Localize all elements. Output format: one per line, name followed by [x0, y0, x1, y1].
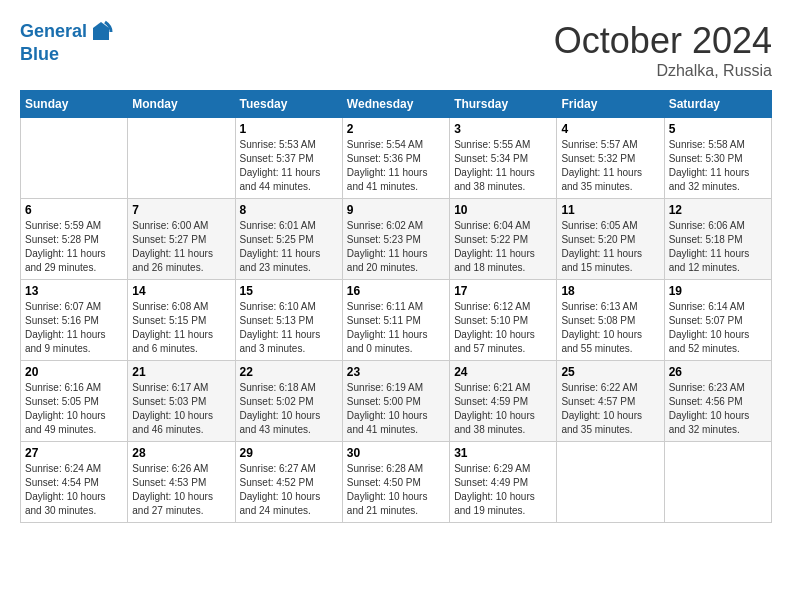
calendar-cell: 24 Sunrise: 6:21 AMSunset: 4:59 PMDaylig… [450, 361, 557, 442]
day-info: Sunrise: 6:18 AMSunset: 5:02 PMDaylight:… [240, 381, 338, 437]
day-number: 7 [132, 203, 230, 217]
day-number: 21 [132, 365, 230, 379]
month-title: October 2024 [554, 20, 772, 62]
calendar-cell: 17 Sunrise: 6:12 AMSunset: 5:10 PMDaylig… [450, 280, 557, 361]
logo-text-blue: Blue [20, 44, 113, 66]
day-info: Sunrise: 5:55 AMSunset: 5:34 PMDaylight:… [454, 138, 552, 194]
day-number: 4 [561, 122, 659, 136]
calendar-cell: 2 Sunrise: 5:54 AMSunset: 5:36 PMDayligh… [342, 118, 449, 199]
calendar-cell: 5 Sunrise: 5:58 AMSunset: 5:30 PMDayligh… [664, 118, 771, 199]
day-info: Sunrise: 6:00 AMSunset: 5:27 PMDaylight:… [132, 219, 230, 275]
day-number: 26 [669, 365, 767, 379]
day-info: Sunrise: 6:19 AMSunset: 5:00 PMDaylight:… [347, 381, 445, 437]
day-info: Sunrise: 6:11 AMSunset: 5:11 PMDaylight:… [347, 300, 445, 356]
day-info: Sunrise: 6:24 AMSunset: 4:54 PMDaylight:… [25, 462, 123, 518]
day-info: Sunrise: 6:23 AMSunset: 4:56 PMDaylight:… [669, 381, 767, 437]
day-number: 27 [25, 446, 123, 460]
day-number: 5 [669, 122, 767, 136]
calendar-cell: 16 Sunrise: 6:11 AMSunset: 5:11 PMDaylig… [342, 280, 449, 361]
calendar-cell: 29 Sunrise: 6:27 AMSunset: 4:52 PMDaylig… [235, 442, 342, 523]
calendar-week-row: 20 Sunrise: 6:16 AMSunset: 5:05 PMDaylig… [21, 361, 772, 442]
logo-text: General [20, 21, 87, 43]
calendar-week-row: 27 Sunrise: 6:24 AMSunset: 4:54 PMDaylig… [21, 442, 772, 523]
day-info: Sunrise: 6:28 AMSunset: 4:50 PMDaylight:… [347, 462, 445, 518]
day-info: Sunrise: 5:59 AMSunset: 5:28 PMDaylight:… [25, 219, 123, 275]
calendar-cell [557, 442, 664, 523]
calendar-cell: 3 Sunrise: 5:55 AMSunset: 5:34 PMDayligh… [450, 118, 557, 199]
day-info: Sunrise: 6:17 AMSunset: 5:03 PMDaylight:… [132, 381, 230, 437]
header-friday: Friday [557, 91, 664, 118]
calendar-cell: 7 Sunrise: 6:00 AMSunset: 5:27 PMDayligh… [128, 199, 235, 280]
calendar-cell: 6 Sunrise: 5:59 AMSunset: 5:28 PMDayligh… [21, 199, 128, 280]
calendar-cell: 23 Sunrise: 6:19 AMSunset: 5:00 PMDaylig… [342, 361, 449, 442]
day-info: Sunrise: 6:12 AMSunset: 5:10 PMDaylight:… [454, 300, 552, 356]
day-number: 10 [454, 203, 552, 217]
day-info: Sunrise: 6:27 AMSunset: 4:52 PMDaylight:… [240, 462, 338, 518]
day-number: 20 [25, 365, 123, 379]
header-sunday: Sunday [21, 91, 128, 118]
day-number: 17 [454, 284, 552, 298]
day-info: Sunrise: 6:10 AMSunset: 5:13 PMDaylight:… [240, 300, 338, 356]
calendar-cell: 30 Sunrise: 6:28 AMSunset: 4:50 PMDaylig… [342, 442, 449, 523]
day-info: Sunrise: 6:01 AMSunset: 5:25 PMDaylight:… [240, 219, 338, 275]
day-info: Sunrise: 6:06 AMSunset: 5:18 PMDaylight:… [669, 219, 767, 275]
day-info: Sunrise: 6:08 AMSunset: 5:15 PMDaylight:… [132, 300, 230, 356]
calendar-week-row: 6 Sunrise: 5:59 AMSunset: 5:28 PMDayligh… [21, 199, 772, 280]
calendar-cell: 4 Sunrise: 5:57 AMSunset: 5:32 PMDayligh… [557, 118, 664, 199]
day-number: 23 [347, 365, 445, 379]
calendar-week-row: 13 Sunrise: 6:07 AMSunset: 5:16 PMDaylig… [21, 280, 772, 361]
day-number: 31 [454, 446, 552, 460]
day-number: 13 [25, 284, 123, 298]
page-header: General Blue October 2024 Dzhalka, Russi… [20, 20, 772, 80]
day-number: 30 [347, 446, 445, 460]
day-info: Sunrise: 6:07 AMSunset: 5:16 PMDaylight:… [25, 300, 123, 356]
day-info: Sunrise: 6:14 AMSunset: 5:07 PMDaylight:… [669, 300, 767, 356]
day-info: Sunrise: 5:53 AMSunset: 5:37 PMDaylight:… [240, 138, 338, 194]
calendar-cell: 13 Sunrise: 6:07 AMSunset: 5:16 PMDaylig… [21, 280, 128, 361]
location: Dzhalka, Russia [554, 62, 772, 80]
calendar-table: Sunday Monday Tuesday Wednesday Thursday… [20, 90, 772, 523]
day-info: Sunrise: 5:58 AMSunset: 5:30 PMDaylight:… [669, 138, 767, 194]
day-number: 29 [240, 446, 338, 460]
day-number: 3 [454, 122, 552, 136]
calendar-week-row: 1 Sunrise: 5:53 AMSunset: 5:37 PMDayligh… [21, 118, 772, 199]
calendar-cell: 9 Sunrise: 6:02 AMSunset: 5:23 PMDayligh… [342, 199, 449, 280]
day-info: Sunrise: 5:54 AMSunset: 5:36 PMDaylight:… [347, 138, 445, 194]
calendar-cell: 19 Sunrise: 6:14 AMSunset: 5:07 PMDaylig… [664, 280, 771, 361]
day-number: 15 [240, 284, 338, 298]
calendar-cell: 31 Sunrise: 6:29 AMSunset: 4:49 PMDaylig… [450, 442, 557, 523]
day-number: 24 [454, 365, 552, 379]
logo: General Blue [20, 20, 113, 66]
calendar-cell: 28 Sunrise: 6:26 AMSunset: 4:53 PMDaylig… [128, 442, 235, 523]
day-number: 9 [347, 203, 445, 217]
calendar-cell: 10 Sunrise: 6:04 AMSunset: 5:22 PMDaylig… [450, 199, 557, 280]
day-info: Sunrise: 5:57 AMSunset: 5:32 PMDaylight:… [561, 138, 659, 194]
day-info: Sunrise: 6:02 AMSunset: 5:23 PMDaylight:… [347, 219, 445, 275]
day-info: Sunrise: 6:21 AMSunset: 4:59 PMDaylight:… [454, 381, 552, 437]
calendar-cell: 22 Sunrise: 6:18 AMSunset: 5:02 PMDaylig… [235, 361, 342, 442]
day-number: 1 [240, 122, 338, 136]
day-info: Sunrise: 6:29 AMSunset: 4:49 PMDaylight:… [454, 462, 552, 518]
day-number: 8 [240, 203, 338, 217]
header-saturday: Saturday [664, 91, 771, 118]
day-number: 2 [347, 122, 445, 136]
day-number: 18 [561, 284, 659, 298]
calendar-cell: 11 Sunrise: 6:05 AMSunset: 5:20 PMDaylig… [557, 199, 664, 280]
day-number: 14 [132, 284, 230, 298]
calendar-cell: 25 Sunrise: 6:22 AMSunset: 4:57 PMDaylig… [557, 361, 664, 442]
calendar-cell: 26 Sunrise: 6:23 AMSunset: 4:56 PMDaylig… [664, 361, 771, 442]
header-monday: Monday [128, 91, 235, 118]
header-thursday: Thursday [450, 91, 557, 118]
calendar-cell: 8 Sunrise: 6:01 AMSunset: 5:25 PMDayligh… [235, 199, 342, 280]
day-info: Sunrise: 6:16 AMSunset: 5:05 PMDaylight:… [25, 381, 123, 437]
calendar-cell: 12 Sunrise: 6:06 AMSunset: 5:18 PMDaylig… [664, 199, 771, 280]
calendar-cell: 20 Sunrise: 6:16 AMSunset: 5:05 PMDaylig… [21, 361, 128, 442]
day-number: 25 [561, 365, 659, 379]
header-wednesday: Wednesday [342, 91, 449, 118]
header-tuesday: Tuesday [235, 91, 342, 118]
day-info: Sunrise: 6:26 AMSunset: 4:53 PMDaylight:… [132, 462, 230, 518]
day-number: 6 [25, 203, 123, 217]
calendar-cell [664, 442, 771, 523]
day-number: 12 [669, 203, 767, 217]
calendar-cell: 18 Sunrise: 6:13 AMSunset: 5:08 PMDaylig… [557, 280, 664, 361]
